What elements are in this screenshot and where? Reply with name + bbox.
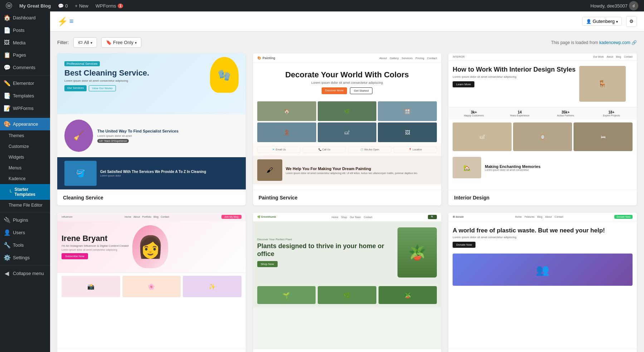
menu-separator-4: [0, 265, 50, 266]
users-icon: 👤: [4, 229, 10, 236]
template-card-social[interactable]: Influencer HomeAboutPortfolioBlogContact…: [57, 213, 246, 352]
plants-preview: 🌿 Greenthumb HomeShopOur TeamContact 🔍 D…: [253, 213, 441, 349]
content-header: ⚡ ≡ 👤 Gutenberg: [50, 11, 644, 32]
sidebar-item-widgets[interactable]: Widgets: [0, 152, 50, 163]
interior-making-image: 🏡: [453, 157, 481, 178]
settings-icon: ⚙️: [4, 254, 10, 261]
donate-nav-btn[interactable]: Donate Now: [614, 215, 633, 219]
adminbar-new[interactable]: + New: [72, 0, 91, 11]
painting-btn2[interactable]: Get Started: [350, 87, 372, 94]
painting-footer: Painting Service: [253, 189, 441, 206]
plant-img-1: 🌱: [257, 286, 316, 304]
painting-btn1[interactable]: Discover More: [322, 87, 347, 94]
sidebar-item-customize[interactable]: Customize: [0, 141, 50, 152]
cleaning-btn1[interactable]: Our Services: [64, 85, 87, 91]
sidebar-item-tools[interactable]: 🔧 Tools: [0, 239, 50, 251]
sidebar-item-media[interactable]: 🖼 Media: [0, 37, 50, 49]
interior-btn[interactable]: Learn More: [453, 81, 474, 87]
painting-call-info: 📞 Call Us: [303, 146, 346, 153]
admin-sidebar: 🏠 Dashboard 📄 Posts 🖼 Media 📋 Pages 💬 Co…: [0, 11, 50, 352]
social-img-3: ✨: [183, 276, 241, 297]
social-nav: Influencer HomeAboutPortfolioBlogContact…: [57, 213, 246, 221]
media-icon: 🖼: [4, 39, 10, 46]
wpforms-icon: 📝: [4, 105, 10, 112]
settings-gear-button[interactable]: [626, 16, 637, 27]
main-content: ⚡ ≡ 👤 Gutenberg Filter: 🏷 All: [50, 11, 644, 352]
interior-making-sub: Lorem ipsum dolor sit amet consectetur: [485, 169, 540, 171]
template-card-interior[interactable]: INTERIOR Our WorkAboutBlogContact How to…: [448, 53, 637, 206]
painting-service-text: We Help You For Making Your Dream Painti…: [286, 166, 418, 171]
sidebar-item-dashboard[interactable]: 🏠 Dashboard: [0, 11, 50, 24]
sidebar-item-templates[interactable]: 📑 Templates: [0, 90, 50, 102]
sidebar-item-starter-templates[interactable]: └ Starter Templates: [0, 184, 50, 200]
sidebar-item-posts[interactable]: 📄 Posts: [0, 24, 50, 37]
filter-free-only-button[interactable]: 🔖 Free Only: [101, 37, 141, 48]
sidebar-item-collapse[interactable]: ◀ Collapse menu: [0, 267, 50, 280]
gear-icon: [629, 19, 634, 24]
donate-sub: Lorem ipsum dolor sit amet consectetur a…: [453, 236, 633, 239]
plants-nav: 🌿 Greenthumb HomeShopOur TeamContact 🔍: [253, 213, 441, 222]
sidebar-item-wpforms[interactable]: 📝 WPForms: [0, 102, 50, 115]
cleaning-btn2[interactable]: View Our Works: [89, 85, 116, 91]
tools-icon: 🔧: [4, 242, 10, 249]
cleaning-footer: Cleaning Service: [57, 189, 246, 206]
admin-layout: 🏠 Dashboard 📄 Posts 🖼 Media 📋 Pages 💬 Co…: [0, 11, 644, 352]
plants-hero: Discover Your Perfect Plant Plants desig…: [253, 222, 441, 283]
template-card-plants[interactable]: 🌿 Greenthumb HomeShopOur TeamContact 🔍 D…: [253, 213, 441, 352]
social-profile-image: 👩: [132, 225, 168, 268]
menu-separator-2: [0, 116, 50, 116]
painting-service-sub: Lorem ipsum dolor sit amet consectetur a…: [286, 172, 418, 174]
painting-gallery: 🏠 🌿 🪟 🚪 🛋 🖼: [253, 101, 441, 142]
donate-btn[interactable]: Donate Now: [453, 242, 475, 248]
adminbar-site-name[interactable]: My Great Blog: [16, 0, 54, 11]
header-right: 👤 Gutenberg: [582, 16, 637, 27]
social-footer: My Socials: [57, 349, 246, 352]
painting-hero-sub: Lorem ipsum dolor sit amet consectetur a…: [260, 81, 434, 85]
donate-group-image: 👥: [453, 254, 633, 286]
menu-separator-1: [0, 75, 50, 76]
donate-hero: A world free of plastic waste. But we ne…: [448, 221, 637, 254]
painting-service-image: 🖌: [257, 159, 282, 181]
gutenberg-chevron-icon: [616, 19, 618, 24]
sidebar-item-comments[interactable]: 💬 Comments: [0, 61, 50, 74]
template-card-donate[interactable]: ♻ donate HomeFeaturesBlogAboutContact Do…: [448, 213, 637, 352]
tag-icon: 🏷: [78, 40, 83, 45]
filter-all-button[interactable]: 🏷 All: [73, 37, 97, 48]
sidebar-item-users[interactable]: 👤 Users: [0, 226, 50, 239]
cleaning-glove-image: 🧤: [210, 57, 239, 93]
sidebar-item-kadence[interactable]: Kadence: [0, 173, 50, 184]
interior-nav: INTERIOR Our WorkAboutBlogContact: [448, 53, 637, 61]
adminbar-wp-logo[interactable]: ⓦ: [3, 0, 15, 11]
painting-hero-title: Decorate Your World With Colors: [260, 70, 434, 79]
sidebar-item-plugins[interactable]: 🔌 Plugins: [0, 214, 50, 226]
adminbar-wpforms[interactable]: WPForms 1: [93, 0, 126, 11]
filter-label: Filter:: [57, 40, 69, 45]
sidebar-item-settings[interactable]: ⚙️ Settings: [0, 251, 50, 264]
social-tagline: I'm An Instagram Influencer & Digital Co…: [62, 244, 129, 247]
adminbar-user[interactable]: Howdy, dee35007 d: [587, 0, 641, 11]
kadencewp-link[interactable]: kadencewp.com 🔗: [599, 40, 637, 45]
sidebar-item-appearance[interactable]: 🎨 Appearance: [0, 118, 50, 130]
sidebar-item-menus[interactable]: Menus: [0, 163, 50, 173]
sidebar-item-pages[interactable]: 📋 Pages: [0, 49, 50, 61]
plants-btn[interactable]: Shop Now: [257, 261, 278, 267]
kadence-logo-text: ≡: [69, 17, 74, 25]
social-sub: Lorem ipsum dolor sit amet consectetur a…: [62, 249, 129, 251]
interior-stats: 3k+ Happy Customers 14 Years Experience …: [448, 107, 637, 120]
template-card-painting[interactable]: 🎨Painting About Gallery Services Pricing…: [253, 53, 441, 206]
sidebar-item-theme-file-editor[interactable]: Theme File Editor: [0, 200, 50, 211]
painting-logo: 🎨Painting: [257, 56, 275, 60]
social-subscribe-btn[interactable]: Subscribe Now: [62, 253, 88, 259]
cleaning-bot-title: Get Satisfied With The Services We Provi…: [100, 170, 206, 174]
cleaning-mid-sub: Lorem ipsum dolor sit amet: [97, 134, 179, 138]
template-card-cleaning[interactable]: Professional Services Best Cleaning Serv…: [57, 53, 246, 206]
adminbar-comments[interactable]: 💬 0: [55, 0, 70, 11]
gutenberg-button[interactable]: 👤 Gutenberg: [582, 17, 622, 26]
templates-grid: Professional Services Best Cleaning Serv…: [50, 53, 644, 352]
sidebar-item-themes[interactable]: Themes: [0, 130, 50, 141]
sidebar-item-elementor[interactable]: ✏️ Elementor: [0, 77, 50, 90]
cleaning-experience-badge: 14+ Years Of Experience: [97, 139, 129, 143]
interior-making-section: 🏡 Making Enchanting Memories Lorem ipsum…: [448, 154, 637, 181]
cleaning-bot-image: 🪣: [64, 161, 97, 186]
interior-sub: Lorem ipsum dolor sit amet consectetur a…: [453, 75, 576, 78]
